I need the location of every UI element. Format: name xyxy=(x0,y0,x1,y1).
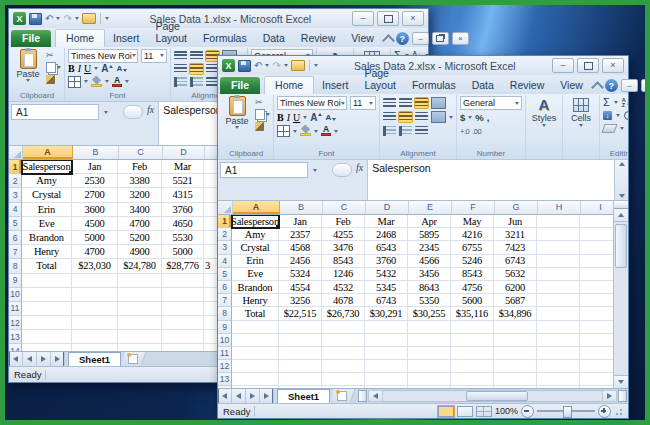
title-bar[interactable]: X ↶ ↷ Sales Data 2.xlsx - Microsoft Exce… xyxy=(218,56,628,75)
cell-F5[interactable]: 8543 xyxy=(451,268,494,281)
cell-A13[interactable] xyxy=(22,330,72,344)
align-top-icon[interactable] xyxy=(174,51,187,61)
wrap-text-icon[interactable] xyxy=(415,126,428,136)
cell-C2[interactable]: 3380 xyxy=(118,174,162,188)
column-header-B[interactable]: B xyxy=(280,201,323,214)
vertical-scrollbar[interactable] xyxy=(613,201,628,388)
cell-D5[interactable]: 4650 xyxy=(162,217,204,231)
cell-D6[interactable]: 5530 xyxy=(162,231,204,245)
cell-G6[interactable]: 6200 xyxy=(494,281,537,294)
format-painter-icon[interactable] xyxy=(255,121,270,131)
cell-H9[interactable] xyxy=(537,321,580,334)
percent-format-icon[interactable]: % xyxy=(475,112,483,123)
cell-B12[interactable] xyxy=(72,316,118,330)
paste-button[interactable]: Paste xyxy=(222,96,252,131)
horizontal-scroll-thumb[interactable] xyxy=(466,391,528,401)
sort-filter-icon[interactable]: AZ↓ xyxy=(622,98,628,108)
row-header-11[interactable]: 11 xyxy=(218,347,232,360)
cell-H1[interactable] xyxy=(537,215,580,228)
cell-C6[interactable]: 4532 xyxy=(322,281,365,294)
tab-insert[interactable]: Insert xyxy=(314,77,356,94)
cell-F3[interactable]: 6755 xyxy=(451,241,494,254)
close-button[interactable]: × xyxy=(602,58,624,73)
cell-E14[interactable] xyxy=(408,386,451,388)
row-header-11[interactable]: 11 xyxy=(9,302,22,316)
cell-B11[interactable] xyxy=(279,347,322,360)
find-select-icon[interactable] xyxy=(624,111,628,120)
cell-A5[interactable]: Eve xyxy=(22,217,72,231)
row-header-12[interactable]: 12 xyxy=(218,360,232,373)
cell-C8[interactable]: $26,730 xyxy=(322,307,365,320)
window-sales-data-2[interactable]: X ↶ ↷ Sales Data 2.xlsx - Microsoft Exce… xyxy=(217,55,629,419)
currency-format-icon[interactable]: $ xyxy=(460,112,465,123)
cell-C10[interactable] xyxy=(322,334,365,347)
cell-C7[interactable]: 4678 xyxy=(322,294,365,307)
cell-C12[interactable] xyxy=(322,360,365,373)
redo-icon[interactable]: ↷ xyxy=(63,13,71,25)
tab-file[interactable]: File xyxy=(220,77,260,94)
open-folder-icon[interactable] xyxy=(82,13,96,24)
cell-F4[interactable]: 5246 xyxy=(451,255,494,268)
last-sheet-icon[interactable] xyxy=(260,389,274,403)
cell-H13[interactable] xyxy=(537,373,580,386)
cell-D7[interactable]: 5000 xyxy=(162,245,204,259)
cell-E5[interactable]: 3456 xyxy=(408,268,451,281)
cell-A9[interactable] xyxy=(22,274,72,288)
autosum-icon[interactable]: Σ xyxy=(603,97,610,108)
align-center-icon[interactable] xyxy=(399,112,412,122)
copy-icon[interactable] xyxy=(255,109,270,119)
page-break-view-icon[interactable] xyxy=(476,406,492,417)
grow-font-button[interactable]: A xyxy=(310,112,322,123)
row-header-3[interactable]: 3 xyxy=(9,188,22,202)
row-header-12[interactable]: 12 xyxy=(9,316,22,330)
cell-C7[interactable]: 4900 xyxy=(118,245,162,259)
zoom-level[interactable]: 100% xyxy=(495,406,518,416)
cell-B3[interactable]: 2700 xyxy=(72,188,118,202)
cell-C9[interactable] xyxy=(322,321,365,334)
italic-button[interactable]: I xyxy=(78,63,81,74)
cell-G9[interactable] xyxy=(494,321,537,334)
italic-button[interactable]: I xyxy=(287,112,290,123)
cell-B6[interactable]: 5000 xyxy=(72,231,118,245)
row-header-4[interactable]: 4 xyxy=(218,255,232,268)
cell-C4[interactable]: 3400 xyxy=(118,203,162,217)
tab-insert[interactable]: Insert xyxy=(105,30,147,47)
scrollbar-end-handle[interactable] xyxy=(618,390,627,402)
redo-icon[interactable]: ↷ xyxy=(272,60,280,72)
decrease-decimal-icon[interactable]: .00 xyxy=(472,127,481,136)
shrink-font-button[interactable]: A xyxy=(116,64,127,73)
select-all-corner[interactable] xyxy=(9,146,23,159)
cells-button[interactable]: Cells xyxy=(566,96,596,127)
cell-A4[interactable]: Erin xyxy=(232,255,279,268)
insert-worksheet-icon[interactable] xyxy=(121,352,147,366)
cell-F14[interactable] xyxy=(451,386,494,388)
row-header-9[interactable]: 9 xyxy=(9,274,22,288)
tab-formulas[interactable]: Formulas xyxy=(195,30,255,47)
cell-G5[interactable]: 5632 xyxy=(494,268,537,281)
cell-A8[interactable]: Total xyxy=(232,307,279,320)
cell-D13[interactable] xyxy=(162,330,204,344)
cell-A7[interactable]: Henry xyxy=(22,245,72,259)
underline-button[interactable]: U xyxy=(293,112,300,123)
fill-color-icon[interactable] xyxy=(300,126,311,136)
cell-C3[interactable]: 3476 xyxy=(322,241,365,254)
align-middle-icon[interactable] xyxy=(399,98,412,108)
cell-B4[interactable]: 3600 xyxy=(72,203,118,217)
cell-A6[interactable]: Brandon xyxy=(232,281,279,294)
sheet-tab-sheet1[interactable]: Sheet1 xyxy=(277,389,330,403)
workbook-close-icon[interactable]: × xyxy=(452,32,469,45)
cell-B7[interactable]: 4700 xyxy=(72,245,118,259)
close-button[interactable]: × xyxy=(402,11,424,26)
vertical-scroll-thumb[interactable] xyxy=(615,224,627,268)
cell-B7[interactable]: 3256 xyxy=(279,294,322,307)
first-sheet-icon[interactable] xyxy=(9,352,23,366)
row-header-9[interactable]: 9 xyxy=(218,321,232,334)
cell-G2[interactable]: 3211 xyxy=(494,228,537,241)
row-header-5[interactable]: 5 xyxy=(9,217,22,231)
cell-E8[interactable]: $30,255 xyxy=(408,307,451,320)
cell-E6[interactable]: 8643 xyxy=(408,281,451,294)
formula-input[interactable]: Salesperson xyxy=(367,160,614,200)
cell-G10[interactable] xyxy=(494,334,537,347)
styles-button[interactable]: A Styles xyxy=(529,96,559,127)
cell-E3[interactable]: 2345 xyxy=(408,241,451,254)
